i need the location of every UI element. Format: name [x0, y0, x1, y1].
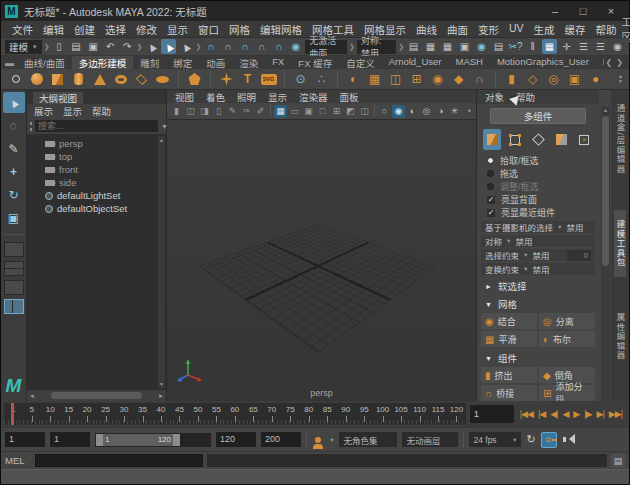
motion-blur-icon[interactable]: ◔: [462, 105, 475, 118]
menu-item[interactable]: 缓存: [560, 22, 591, 37]
add-divisions-button[interactable]: ⊞添加分段: [539, 385, 595, 401]
components-section-header[interactable]: ▼ 组件: [477, 351, 599, 365]
menu-item[interactable]: 曲线: [411, 22, 442, 37]
poly-cylinder-icon[interactable]: [70, 71, 87, 88]
minimize-button[interactable]: –: [541, 5, 569, 17]
platonic-solid-icon[interactable]: [186, 71, 203, 88]
vertex-mode-icon[interactable]: [506, 129, 524, 150]
outliner-item-camera[interactable]: top: [45, 150, 166, 163]
group-collapser[interactable]: ❯: [195, 40, 201, 54]
outliner-persp-layout-button[interactable]: [4, 299, 24, 314]
combine-icon[interactable]: ▦: [366, 71, 383, 88]
toolkit-checkbox[interactable]: ✓ 亮显背面: [477, 193, 599, 206]
outliner-menu-item[interactable]: 展示: [34, 104, 53, 118]
lock-camera-icon[interactable]: ◫: [184, 105, 197, 118]
object-mode-icon[interactable]: [483, 129, 501, 150]
render-settings-icon[interactable]: ▣: [457, 39, 472, 54]
playback-end-field[interactable]: 120: [216, 432, 256, 447]
field-chart-icon[interactable]: ⊞: [330, 105, 343, 118]
shelf-tab[interactable]: Arnold_User: [382, 56, 449, 70]
menu-item[interactable]: 帮助: [591, 22, 622, 37]
snap-to-view-plane-icon[interactable]: ∩: [271, 39, 286, 54]
script-editor-icon[interactable]: ▤: [611, 454, 625, 468]
separate-button[interactable]: ◎分离: [539, 313, 595, 329]
selection-style-radio[interactable]: 拖选: [477, 167, 599, 180]
ipr-render-icon[interactable]: ▦: [440, 39, 455, 54]
menu-set-selector[interactable]: 建模▼: [5, 40, 42, 54]
bevel-icon[interactable]: ◆: [450, 71, 467, 88]
toolkit-scrollbar[interactable]: ▲: [601, 106, 610, 401]
toolkit-checkbox[interactable]: ✓ 亮显最近组件: [477, 206, 599, 219]
toolkit-menu-item[interactable]: 对象: [485, 90, 504, 104]
shelf-tab[interactable]: 曲线/曲面: [17, 56, 72, 70]
bridge-icon[interactable]: ∩: [471, 71, 488, 88]
outliner-item-camera[interactable]: front: [45, 163, 166, 176]
menu-item[interactable]: 变形: [473, 22, 504, 37]
poly-sphere-icon[interactable]: [28, 71, 45, 88]
menu-item[interactable]: 曲面: [442, 22, 473, 37]
menu-item[interactable]: 文件: [7, 22, 38, 37]
group-collapser[interactable]: ❯: [44, 40, 50, 54]
chevron-down-icon[interactable]: ▼: [329, 437, 334, 443]
outliner-menu-item[interactable]: 显示: [63, 104, 82, 118]
use-all-lights-icon[interactable]: ◎: [420, 105, 433, 118]
command-input[interactable]: [35, 454, 203, 467]
shelf-scroll-icon[interactable]: ▲▼: [618, 74, 623, 84]
menu-item[interactable]: 编辑网格: [255, 22, 307, 37]
attribute-editor-toggle-icon[interactable]: ☰: [576, 39, 591, 54]
bridge-button[interactable]: ∩桥接: [481, 385, 537, 401]
viewport-menu-item[interactable]: 显示: [268, 90, 287, 104]
looks-icon[interactable]: ✂?: [508, 39, 523, 54]
outliner-vertical-scrollbar[interactable]: ▲▼: [158, 136, 165, 388]
range-slider-bar[interactable]: 1 120: [96, 434, 180, 446]
scrollbar-thumb[interactable]: [51, 392, 142, 399]
shelf-tab[interactable]: Polygons_User: [596, 56, 604, 70]
select-by-hierarchy-icon[interactable]: ▲: [144, 39, 159, 54]
camera-based-selection-dropdown[interactable]: 基于摄影机的选择▼禁用: [481, 221, 595, 233]
mirror-icon[interactable]: ◐: [345, 71, 362, 88]
current-frame-indicator[interactable]: [11, 403, 14, 425]
poly-cone-icon[interactable]: [91, 71, 108, 88]
selection-style-radio[interactable]: 调整/框选: [477, 180, 599, 193]
character-set-selector[interactable]: 无角色集: [339, 432, 397, 447]
select-by-object-icon[interactable]: ▲: [161, 39, 176, 54]
snap-to-projected-center-icon[interactable]: ∩: [254, 39, 269, 54]
scroll-right-icon[interactable]: ►: [158, 393, 164, 399]
menu-item[interactable]: 生成: [529, 22, 560, 37]
range-slider[interactable]: 1 120: [95, 433, 211, 447]
shelf-tab-scroll-left-icon[interactable]: ❮: [604, 58, 615, 67]
step-forward-key-button[interactable]: ▶|: [595, 409, 606, 419]
shaded-mode-icon[interactable]: ◉: [392, 105, 405, 118]
wireframe-mode-icon[interactable]: ○: [378, 105, 391, 118]
select-camera-icon[interactable]: ▮: [170, 105, 183, 118]
shelf-tab[interactable]: 动画: [199, 56, 232, 70]
go-to-start-button[interactable]: |◀◀: [518, 409, 535, 419]
poly-disc-icon[interactable]: [154, 71, 171, 88]
mesh-section-header[interactable]: ▼ 网格: [477, 297, 599, 311]
active-surface-field[interactable]: 无激活曲面: [305, 40, 347, 54]
safe-action-icon[interactable]: ◩: [344, 105, 357, 118]
construction-plane-icon[interactable]: ⊙: [292, 71, 309, 88]
character-set-icon[interactable]: [315, 437, 321, 443]
outliner-item-set[interactable]: defaultObjectSet: [45, 202, 166, 215]
poly-plane-icon[interactable]: [133, 71, 150, 88]
group-collapser[interactable]: ❯: [137, 40, 143, 54]
selection-style-radio[interactable]: 拾取/框选: [477, 154, 599, 167]
safe-title-icon[interactable]: ◫: [358, 105, 371, 118]
filter-icon[interactable]: [30, 122, 32, 131]
smooth-icon[interactable]: ⊞: [408, 71, 425, 88]
redo-icon[interactable]: ↷: [120, 39, 135, 54]
scale-tool[interactable]: ▣: [3, 207, 25, 228]
scrollbar-thumb[interactable]: [602, 116, 609, 266]
outliner-menu-item[interactable]: 帮助: [92, 104, 111, 118]
poly-torus-icon[interactable]: [112, 71, 129, 88]
uv-mode-icon[interactable]: ×: [575, 129, 593, 150]
image-plane-icon[interactable]: ✎: [226, 105, 239, 118]
make-live-icon[interactable]: ◉: [288, 39, 303, 54]
modeling-toolkit-toggle-icon[interactable]: ▦: [542, 39, 557, 54]
tool-settings-toggle-icon[interactable]: ☰: [593, 39, 608, 54]
light-editor-icon[interactable]: ▤: [491, 39, 506, 54]
multi-cut-icon[interactable]: ◇: [524, 71, 541, 88]
viewport-menu-item[interactable]: 渲染器: [299, 90, 328, 104]
shelf-tab[interactable]: 绑定: [166, 56, 199, 70]
